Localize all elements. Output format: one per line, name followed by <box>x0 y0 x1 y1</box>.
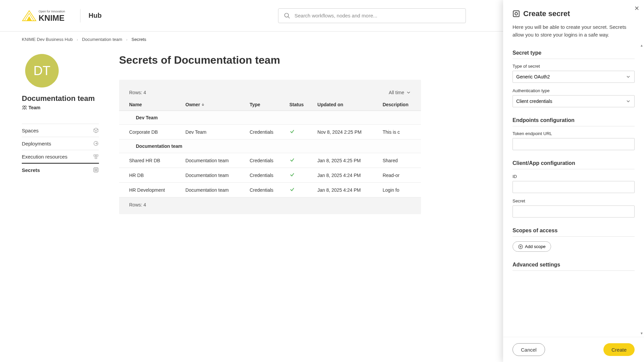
type-of-secret-label: Type of secret <box>513 64 635 69</box>
sidebar-item-secrets[interactable]: Secrets <box>22 163 99 176</box>
check-icon <box>289 157 295 163</box>
col-owner[interactable]: Owner <box>181 99 246 111</box>
table-group-row: Dev Team <box>119 111 421 125</box>
svg-point-5 <box>25 106 26 108</box>
chevron-down-icon <box>406 90 411 95</box>
col-type[interactable]: Type <box>246 99 285 111</box>
auth-type-label: Authentication type <box>513 88 635 93</box>
svg-rect-9 <box>95 157 97 159</box>
sidebar-item-deployments[interactable]: Deployments <box>22 137 99 150</box>
col-status[interactable]: Status <box>285 99 313 111</box>
svg-point-11 <box>95 169 97 171</box>
section-secret-type: Secret type <box>513 45 635 59</box>
time-filter[interactable]: All time <box>389 90 411 95</box>
search-icon <box>284 12 290 19</box>
knime-logo: Open for Innovation KNIME <box>22 7 72 24</box>
table-group-row: Documentation team <box>119 139 421 153</box>
check-icon <box>289 187 295 192</box>
svg-point-13 <box>515 12 518 15</box>
secrets-table-card: Rows: 4 All time Name Owner Type Status … <box>119 80 421 214</box>
deploy-icon <box>93 140 99 146</box>
hub-label: Hub <box>89 12 102 19</box>
table-row[interactable]: HR DBDocumentation teamCredentialsJan 8,… <box>119 168 421 183</box>
check-icon <box>289 129 295 134</box>
main-content: Secrets of Documentation team Rows: 4 Al… <box>119 54 421 214</box>
sidebar-item-label: Execution resources <box>22 154 67 160</box>
secret-icon <box>93 167 99 173</box>
sidebar-item-execution[interactable]: Execution resources <box>22 150 99 163</box>
svg-text:Open for Innovation: Open for Innovation <box>39 10 65 13</box>
col-desc[interactable]: Description <box>379 99 421 111</box>
svg-point-2 <box>284 13 288 17</box>
chevron-right-icon: › <box>77 38 78 42</box>
people-icon <box>22 105 27 110</box>
client-secret-input[interactable] <box>513 205 635 214</box>
rows-count: Rows: 4 <box>129 90 146 95</box>
secrets-table: Name Owner Type Status Updated on Descri… <box>119 99 421 197</box>
sidebar-item-spaces[interactable]: Spaces <box>22 124 99 137</box>
section-endpoints: Endpoints configuration <box>513 113 635 126</box>
rows-count-footer: Rows: 4 <box>119 197 421 207</box>
section-client: Client/App configuration <box>513 156 635 169</box>
client-id-label: ID <box>513 174 635 179</box>
secret-icon <box>513 10 520 17</box>
header-divider <box>80 9 80 22</box>
team-name: Documentation team <box>22 94 99 103</box>
sort-down-icon <box>201 103 205 106</box>
create-secret-drawer: ✕ Create secret Here you will be able to… <box>503 0 644 214</box>
breadcrumb-item[interactable]: KNIME Dev Business Hub <box>22 37 73 42</box>
page-title: Secrets of Documentation team <box>119 54 421 66</box>
team-badge: Team <box>22 105 99 110</box>
sidebar-item-label: Deployments <box>22 141 51 146</box>
check-icon <box>289 172 295 177</box>
search-box[interactable] <box>278 8 466 23</box>
client-id-input[interactable] <box>513 181 635 193</box>
svg-text:KNIME: KNIME <box>39 13 64 22</box>
logo-area[interactable]: Open for Innovation KNIME <box>22 7 72 24</box>
close-icon[interactable]: ✕ <box>634 5 639 12</box>
sidebar-item-label: Secrets <box>22 167 40 173</box>
type-of-secret-select[interactable]: Generic OAuth2 <box>513 71 635 83</box>
team-badge-label: Team <box>29 105 41 110</box>
drawer-description: Here you will be able to create your sec… <box>513 23 635 39</box>
table-row[interactable]: HR DevelopmentDocumentation teamCredenti… <box>119 183 421 197</box>
token-url-label: Token endpoint URL <box>513 131 635 136</box>
token-url-input[interactable] <box>513 138 635 150</box>
search-input[interactable] <box>294 13 460 18</box>
drawer-title: Create secret <box>523 9 570 18</box>
sidebar: DT Documentation team Team Spaces Deploy… <box>22 54 99 214</box>
breadcrumb-item-current: Secrets <box>131 37 146 42</box>
breadcrumb-item[interactable]: Documentation team <box>82 37 122 42</box>
auth-type-select[interactable]: Client credentials <box>513 95 635 107</box>
svg-rect-7 <box>94 155 96 157</box>
cube-icon <box>93 127 99 133</box>
resources-icon <box>93 154 99 160</box>
scroll-up-icon: ▲ <box>640 44 643 47</box>
svg-rect-8 <box>96 155 98 157</box>
time-filter-label: All time <box>389 90 404 95</box>
table-row[interactable]: Corporate DBDev TeamCredentialsNov 8, 20… <box>119 125 421 139</box>
table-row[interactable]: Shared HR DBDocumentation teamCredential… <box>119 153 421 168</box>
chevron-right-icon: › <box>126 38 127 42</box>
sidebar-item-label: Spaces <box>22 128 39 133</box>
client-secret-label: Secret <box>513 198 635 203</box>
svg-point-4 <box>23 106 24 108</box>
col-updated[interactable]: Updated on <box>313 99 378 111</box>
sidebar-nav: Spaces Deployments Execution resources S… <box>22 124 99 176</box>
avatar: DT <box>25 54 59 87</box>
svg-rect-12 <box>513 11 519 17</box>
drawer-body[interactable]: Secret type Type of secret Generic OAuth… <box>503 45 644 214</box>
svg-rect-10 <box>94 168 98 172</box>
col-name[interactable]: Name <box>119 99 181 111</box>
svg-line-3 <box>288 16 289 18</box>
